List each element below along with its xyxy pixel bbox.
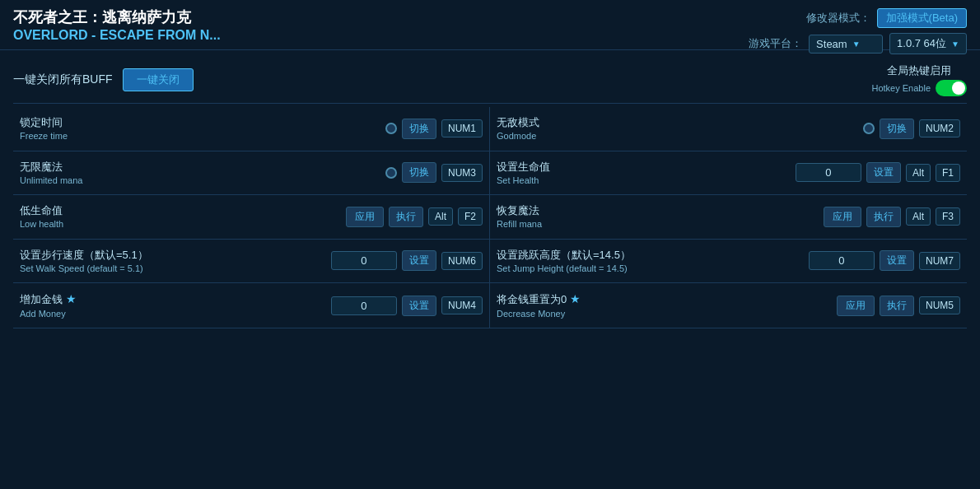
low-health-exec-btn[interactable]: 执行 — [389, 207, 423, 227]
decrease-money-star-icon: ★ — [570, 291, 581, 308]
unlimited-mana-radio[interactable] — [385, 167, 397, 179]
version-dropdown-arrow: ▼ — [951, 40, 959, 49]
freeze-time-toggle-btn[interactable]: 切换 — [402, 119, 436, 139]
feature-freeze-time: 锁定时间 Freeze time 切换 NUM1 — [13, 107, 490, 151]
set-health-set-btn[interactable]: 设置 — [866, 162, 901, 183]
add-money-input[interactable] — [331, 296, 397, 315]
refill-mana-apply-btn[interactable]: 应用 — [824, 207, 861, 227]
jump-height-key: NUM7 — [919, 252, 960, 270]
hotkey-toggle[interactable] — [936, 80, 967, 96]
feature-refill-mana: 恢复魔法 Refill mana 应用 执行 Alt F3 — [490, 195, 967, 239]
feature-decrease-money: 将金钱重置为0 ★ Decrease Money 应用 执行 NUM5 — [490, 283, 967, 328]
platform-label: 游戏平台： — [749, 36, 802, 51]
refill-mana-key1: Alt — [906, 207, 931, 226]
set-health-key2: F1 — [936, 164, 960, 182]
decrease-money-en: Decrease Money — [497, 308, 830, 319]
decrease-money-apply-btn[interactable]: 应用 — [837, 296, 875, 316]
onekey-label: 一键关闭所有BUFF — [13, 72, 113, 87]
unlimited-mana-key: NUM3 — [441, 164, 483, 182]
add-money-key: NUM4 — [441, 296, 483, 314]
godmode-radio[interactable] — [863, 123, 875, 134]
walk-speed-input[interactable] — [331, 251, 397, 270]
low-health-key1: Alt — [428, 207, 453, 226]
add-money-en: Add Money — [20, 308, 324, 319]
walk-speed-cn: 设置步行速度（默认=5.1） — [20, 248, 324, 263]
add-money-set-btn[interactable]: 设置 — [402, 296, 436, 316]
refill-mana-cn: 恢复魔法 — [497, 203, 817, 218]
freeze-time-radio[interactable] — [385, 123, 397, 134]
godmode-en: Godmode — [497, 130, 856, 142]
low-health-apply-btn[interactable]: 应用 — [346, 207, 384, 227]
walk-speed-key: NUM6 — [441, 252, 483, 270]
add-money-cn: 增加金钱 ★ — [20, 291, 324, 308]
set-health-input[interactable] — [796, 163, 861, 182]
low-health-en: Low health — [20, 218, 339, 230]
godmode-toggle-btn[interactable]: 切换 — [880, 119, 914, 139]
godmode-cn: 无敌模式 — [497, 115, 856, 130]
hotkey-label-cn: 全局热键启用 — [887, 63, 951, 78]
platform-dropdown-arrow: ▼ — [852, 40, 861, 49]
decrease-money-exec-btn[interactable]: 执行 — [880, 296, 914, 316]
walk-speed-en: Set Walk Speed (default = 5.1) — [20, 263, 324, 274]
walk-speed-set-btn[interactable]: 设置 — [402, 250, 436, 271]
version-value: 1.0.7 64位 — [897, 36, 946, 51]
hotkey-label-en: Hotkey Enable — [871, 83, 931, 93]
jump-height-set-btn[interactable]: 设置 — [880, 250, 914, 271]
feature-walk-speed: 设置步行速度（默认=5.1） Set Walk Speed (default =… — [13, 240, 490, 283]
freeze-time-en: Freeze time — [20, 130, 379, 142]
low-health-cn: 低生命值 — [20, 203, 339, 218]
jump-height-cn: 设置跳跃高度（默认=14.5） — [497, 248, 802, 263]
feature-low-health: 低生命值 Low health 应用 执行 Alt F2 — [13, 195, 490, 239]
freeze-time-key: NUM1 — [441, 119, 483, 137]
refill-mana-exec-btn[interactable]: 执行 — [866, 207, 901, 227]
decrease-money-cn: 将金钱重置为0 ★ — [497, 291, 830, 308]
platform-value: Steam — [816, 38, 847, 50]
unlimited-mana-en: Unlimited mana — [20, 175, 379, 186]
mode-label: 修改器模式： — [806, 11, 870, 26]
set-health-cn: 设置生命值 — [497, 160, 789, 175]
set-health-key1: Alt — [906, 164, 931, 182]
feature-jump-height: 设置跳跃高度（默认=14.5） Set Jump Height (default… — [490, 240, 967, 283]
refill-mana-key2: F3 — [936, 207, 960, 226]
jump-height-en: Set Jump Height (default = 14.5) — [497, 263, 802, 274]
unlimited-mana-toggle-btn[interactable]: 切换 — [402, 162, 436, 183]
refill-mana-en: Refill mana — [497, 218, 817, 230]
feature-add-money: 增加金钱 ★ Add Money 设置 NUM4 — [13, 283, 490, 328]
feature-set-health: 设置生命值 Set Health 设置 Alt F1 — [490, 151, 967, 195]
jump-height-input[interactable] — [809, 251, 875, 270]
godmode-key: NUM2 — [919, 119, 960, 137]
mode-badge: 加强模式(Beta) — [877, 8, 967, 28]
onekey-button[interactable]: 一键关闭 — [123, 68, 194, 91]
set-health-en: Set Health — [497, 175, 789, 186]
freeze-time-cn: 锁定时间 — [20, 115, 379, 130]
feature-unlimited-mana: 无限魔法 Unlimited mana 切换 NUM3 — [13, 151, 490, 195]
decrease-money-key: NUM5 — [919, 296, 960, 314]
feature-godmode: 无敌模式 Godmode 切换 NUM2 — [490, 107, 967, 151]
unlimited-mana-cn: 无限魔法 — [20, 160, 379, 175]
add-money-star-icon: ★ — [66, 291, 77, 308]
low-health-key2: F2 — [458, 207, 483, 226]
features-grid: 锁定时间 Freeze time 切换 NUM1 无敌模式 Godmode 切换 — [13, 107, 967, 328]
